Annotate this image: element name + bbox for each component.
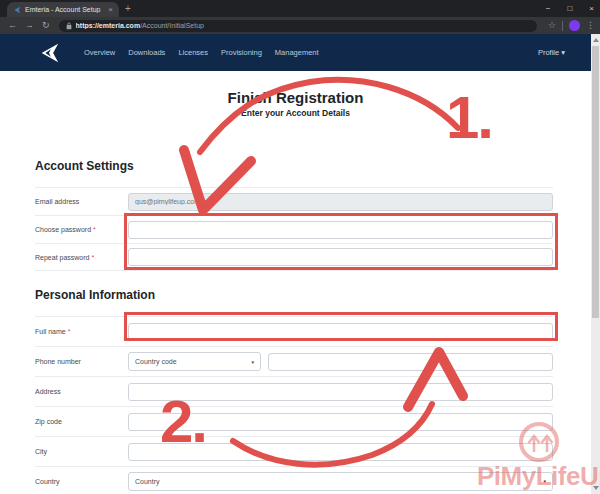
registration-form: Account Settings Email address Choose pa… [0,159,591,494]
window-maximize-icon[interactable]: □ [567,4,572,13]
tab-title: Emteria - Account Setup [25,6,104,13]
forward-icon[interactable]: → [25,21,34,30]
form-row-zip: Zip code [35,406,553,436]
full-name-label: Full name* [35,328,128,335]
repeat-password-field[interactable] [128,248,553,266]
form-row-city: City [35,436,553,466]
email-label: Email address [35,198,128,205]
repeat-password-label: Repeat password* [35,254,128,261]
tab-close-icon[interactable]: × [108,6,113,14]
choose-password-field[interactable] [128,221,553,239]
form-row-address: Address [35,376,553,406]
required-marker: * [68,328,71,335]
window-minimize-icon[interactable]: − [546,4,551,13]
url-text: https://emteria.com/Account/InitialSetup [76,22,204,29]
lock-icon [66,22,72,30]
page-title: Finish Registration [0,89,591,106]
phone-number-label: Phone number [35,358,128,365]
country-code-value: Country code [135,358,177,365]
toolbar-separator [562,21,563,31]
scrollbar-up-icon[interactable] [593,38,599,42]
page-viewport: Overview Downloads Licenses Provisioning… [0,34,591,494]
chevron-down-icon: ▾ [561,48,565,57]
section-heading-account-settings: Account Settings [35,159,553,174]
site-navbar: Overview Downloads Licenses Provisioning… [0,34,591,71]
nav-link-licenses[interactable]: Licenses [178,48,208,57]
nav-link-overview[interactable]: Overview [84,48,115,57]
country-value: Country [135,478,160,485]
browser-tab[interactable]: Emteria - Account Setup × [7,2,119,17]
browser-toolbar: ← → ↻ https://emteria.com/Account/Initia… [0,17,600,34]
url-bar[interactable]: https://emteria.com/Account/InitialSetup [59,20,537,32]
reload-icon[interactable]: ↻ [42,21,50,30]
scrollbar-thumb[interactable] [592,46,599,318]
city-field[interactable] [128,443,553,461]
emteria-favicon [13,6,21,14]
section-heading-personal-information: Personal Information [35,288,553,303]
url-host: https://emteria.com [76,22,141,29]
browser-menu-icon[interactable]: ⋮ [586,21,595,30]
url-path: /Account/InitialSetup [140,22,204,29]
scrollbar-down-icon[interactable] [593,486,599,490]
profile-avatar[interactable] [569,20,580,31]
form-row-full-name: Full name* [35,316,553,346]
browser-tab-bar: Emteria - Account Setup × + − □ × [0,0,600,17]
select-caret-icon: ▾ [251,359,254,365]
profile-dropdown[interactable]: Profile ▾ [538,48,565,57]
nav-links: Overview Downloads Licenses Provisioning… [84,48,319,57]
zip-code-field[interactable] [128,413,553,431]
country-code-select[interactable]: Country code▾ [128,352,261,371]
email-field[interactable] [128,193,553,211]
back-icon[interactable]: ← [8,21,17,30]
address-field[interactable] [128,383,553,401]
zip-code-label: Zip code [35,418,128,425]
form-row-phone: Phone number Country code▾ [35,346,553,376]
required-marker: * [91,254,94,261]
address-label: Address [35,388,128,395]
window-close-icon[interactable]: × [589,4,594,13]
country-select[interactable]: Country▾ [128,472,553,491]
new-tab-icon[interactable]: + [125,2,131,15]
choose-password-label: Choose password* [35,226,128,233]
profile-label: Profile [538,48,559,57]
form-row-choose-password: Choose password* [35,215,553,243]
form-row-email: Email address [35,187,553,215]
scrollbar-track[interactable] [591,34,600,494]
required-marker: * [93,226,96,233]
page-subtitle: Enter your Account Details [0,108,591,119]
city-label: City [35,448,128,455]
select-caret-icon: ▾ [543,478,546,484]
full-name-field[interactable] [128,323,553,341]
nav-link-management[interactable]: Management [275,48,319,57]
bookmark-star-icon[interactable]: ☆ [548,21,556,30]
phone-number-field[interactable] [268,353,553,371]
form-row-country: Country Country▾ [35,466,553,494]
emteria-logo[interactable] [38,41,60,65]
nav-link-provisioning[interactable]: Provisioning [221,48,262,57]
country-label: Country [35,478,128,485]
form-row-repeat-password: Repeat password* [35,243,553,271]
nav-link-downloads[interactable]: Downloads [128,48,165,57]
